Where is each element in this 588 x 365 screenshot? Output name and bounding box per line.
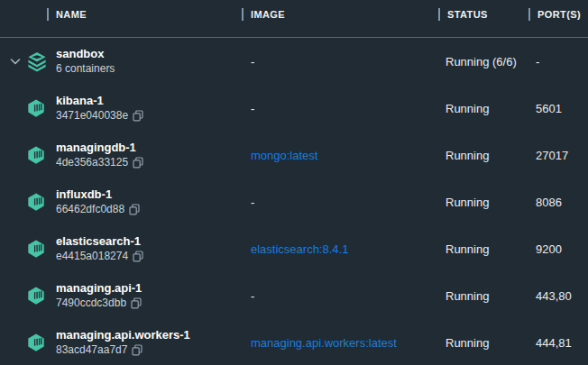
container-name: managingdb-1 [56,141,251,155]
containers-table: NAME IMAGE STATUS PORT(S) [0,0,588,365]
column-header-status[interactable]: STATUS [438,8,528,21]
status-text: Running [446,289,536,303]
image-cell: mongo:latest [251,149,446,162]
status-text: Running [446,149,536,162]
image-cell: - [251,102,446,115]
ports-text: 5601 [536,102,588,115]
name-cell: kibana-1 3471e040038e [56,94,251,123]
table-body: sandbox 6 containers - Running (6/6) - [0,38,588,365]
image-cell: - [251,55,446,68]
name-cell: elasticsearch-1 e4415a018274 [56,234,251,263]
ports-text: 8086 [536,196,588,209]
image-link: - [251,55,254,68]
container-id: e4415a018274 [56,249,128,263]
table-row[interactable]: kibana-1 3471e040038e - Running 5601 [0,85,588,132]
image-link: - [251,196,254,209]
status-text: Running [446,242,536,256]
container-name: managing.api.workers-1 [56,328,251,342]
column-label: IMAGE [251,9,285,20]
column-header-ports[interactable]: PORT(S) [528,8,588,21]
image-cell: - [251,289,446,303]
column-separator [47,8,49,21]
copy-icon[interactable] [129,204,140,215]
table-header: NAME IMAGE STATUS PORT(S) [0,0,588,38]
ports-text: 27017 [536,149,588,162]
status-text: Running (6/6) [446,55,536,68]
container-box-icon [26,333,46,352]
image-link[interactable]: managing.api.workers:latest [251,336,397,350]
name-cell: sandbox 6 containers [56,47,251,76]
row-lead-cell [0,85,56,132]
row-lead-cell [0,319,56,365]
image-cell: managing.api.workers:latest [251,336,446,350]
container-box-icon [26,192,46,212]
image-cell: - [251,196,446,209]
table-row[interactable]: managingdb-1 4de356a33125 mongo:latest R… [0,132,588,178]
column-label: STATUS [447,9,488,20]
status-text: Running [446,336,536,350]
container-box-icon [26,145,46,165]
row-lead-cell [0,132,56,178]
container-id: 66462dfc0d88 [56,202,124,216]
stacked-layers-icon [26,51,48,74]
column-header-name[interactable]: NAME [47,8,242,21]
container-name: influxdb-1 [56,187,251,202]
container-name: sandbox [56,47,251,61]
copy-icon[interactable] [133,157,143,169]
column-header-image[interactable]: IMAGE [242,8,438,21]
name-cell: managing.api-1 7490ccdc3dbb [56,281,251,310]
chevron-down-icon[interactable] [10,58,21,66]
row-lead-cell [0,38,56,85]
ports-text: 9200 [536,242,588,256]
image-link[interactable]: mongo:latest [251,149,317,162]
table-row[interactable]: influxdb-1 66462dfc0d88 - Running 8086 [0,178,588,225]
container-id: 4de356a33125 [56,155,128,169]
name-cell: influxdb-1 66462dfc0d88 [56,187,251,216]
table-row[interactable]: sandbox 6 containers - Running (6/6) - [0,38,588,85]
row-lead-cell [0,178,56,225]
image-link[interactable]: elasticsearch:8.4.1 [251,242,348,256]
container-id: 83acd47aa7d7 [56,342,127,357]
status-text: Running [446,196,536,209]
container-id: 6 containers [56,61,115,76]
table-row[interactable]: managing.api-1 7490ccdc3dbb - Running 44… [0,272,588,319]
container-id: 7490ccdc3dbb [56,296,126,310]
container-id: 3471e040038e [56,108,128,123]
ports-text: - [536,55,588,68]
container-box-icon [26,239,46,259]
name-cell: managing.api.workers-1 83acd47aa7d7 [56,328,251,357]
container-name: managing.api-1 [56,281,251,296]
column-label: NAME [56,9,87,20]
row-lead-cell [0,225,56,272]
ports-text: 443,80 [536,289,588,303]
container-box-icon [26,286,46,306]
copy-icon[interactable] [133,251,143,262]
name-cell: managingdb-1 4de356a33125 [56,141,251,169]
copy-icon[interactable] [131,297,142,309]
container-box-icon [26,98,46,118]
column-separator [528,8,530,21]
table-row[interactable]: elasticsearch-1 e4415a018274 elasticsear… [0,225,588,272]
column-label: PORT(S) [537,9,581,20]
table-row[interactable]: managing.api.workers-1 83acd47aa7d7 mana… [0,319,588,365]
row-lead-cell [0,272,56,319]
column-separator [438,8,440,21]
container-name: kibana-1 [56,94,251,108]
image-cell: elasticsearch:8.4.1 [251,242,446,256]
ports-text: 444,81 [536,336,588,350]
container-name: elasticsearch-1 [56,234,251,249]
image-link: - [251,102,254,115]
column-separator [242,8,243,21]
image-link: - [251,289,254,303]
copy-icon[interactable] [132,344,142,356]
status-text: Running [446,102,536,115]
copy-icon[interactable] [133,110,143,122]
